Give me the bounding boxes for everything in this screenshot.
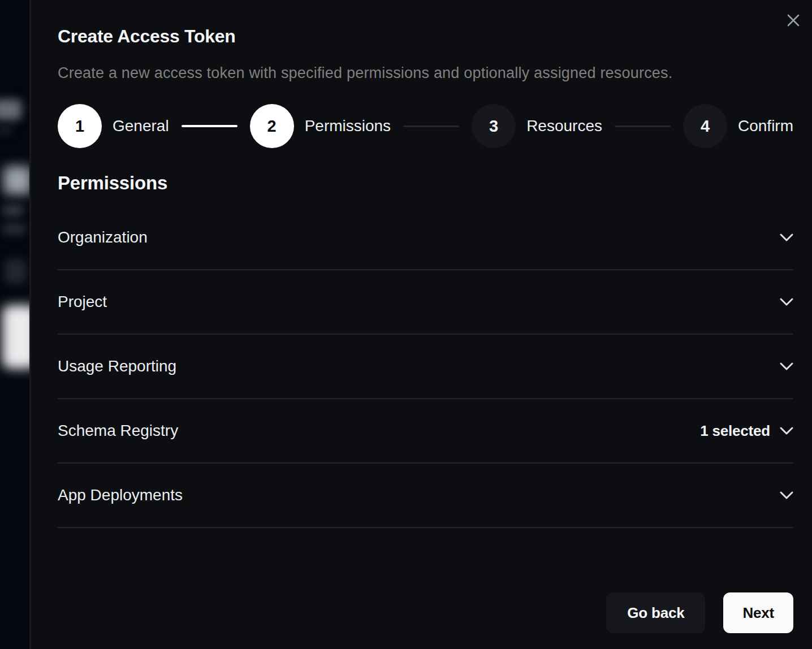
dialog-subtitle: Create a new access token with specified…	[58, 64, 793, 82]
step-confirm[interactable]: 4 Confirm	[683, 104, 793, 148]
blurred-background-element	[0, 127, 12, 133]
selected-count: 1 selected	[700, 422, 770, 440]
chevron-down-icon	[780, 491, 793, 500]
step-label: Resources	[526, 117, 602, 135]
step-resources[interactable]: 3 Resources	[472, 104, 602, 148]
step-number-circle: 2	[250, 104, 294, 148]
wizard-stepper: 1 General 2 Permissions 3 Resources 4 Co…	[58, 104, 793, 148]
blurred-background-element	[5, 259, 26, 284]
chevron-down-icon	[780, 362, 793, 371]
step-permissions[interactable]: 2 Permissions	[250, 104, 391, 148]
section-app-deployments[interactable]: App Deployments	[58, 464, 793, 528]
step-number-circle: 4	[683, 104, 727, 148]
chevron-down-icon	[780, 427, 793, 435]
section-schema-registry[interactable]: Schema Registry 1 selected	[58, 399, 793, 464]
step-label: Confirm	[738, 117, 793, 135]
blurred-background-element	[2, 305, 31, 369]
go-back-button[interactable]: Go back	[606, 592, 705, 633]
chevron-down-icon	[780, 298, 793, 306]
section-usage-reporting[interactable]: Usage Reporting	[58, 335, 793, 399]
step-connector	[615, 126, 671, 127]
step-number-circle: 1	[58, 104, 102, 148]
step-connector	[403, 126, 459, 127]
blurred-background-element	[3, 166, 31, 194]
step-number-circle: 3	[472, 104, 516, 148]
next-button[interactable]: Next	[723, 592, 793, 633]
close-icon	[786, 13, 801, 28]
section-project[interactable]: Project	[58, 270, 793, 335]
section-label: Usage Reporting	[58, 357, 780, 375]
blurred-background-element	[0, 99, 21, 120]
blurred-background-element	[2, 205, 24, 216]
dialog-content: Create Access Token Create a new access …	[31, 0, 812, 528]
dialog-title: Create Access Token	[58, 26, 793, 47]
chevron-down-icon	[780, 233, 793, 242]
dialog-footer: Go back Next	[606, 592, 793, 633]
step-connector	[182, 125, 237, 127]
step-label: Permissions	[305, 117, 391, 135]
section-label: Organization	[58, 228, 780, 246]
section-label: Project	[58, 293, 780, 311]
section-organization[interactable]: Organization	[58, 206, 793, 270]
step-label: General	[113, 117, 169, 135]
obscured-page-background	[0, 0, 31, 649]
create-access-token-dialog: Create Access Token Create a new access …	[31, 0, 812, 649]
page-title: Permissions	[58, 172, 793, 194]
section-label: Schema Registry	[58, 422, 700, 440]
close-button[interactable]	[783, 10, 804, 31]
blurred-background-element	[2, 224, 26, 234]
permission-sections: Organization Project Usage Reporting	[58, 206, 793, 528]
section-label: App Deployments	[58, 486, 780, 504]
step-general[interactable]: 1 General	[58, 104, 169, 148]
